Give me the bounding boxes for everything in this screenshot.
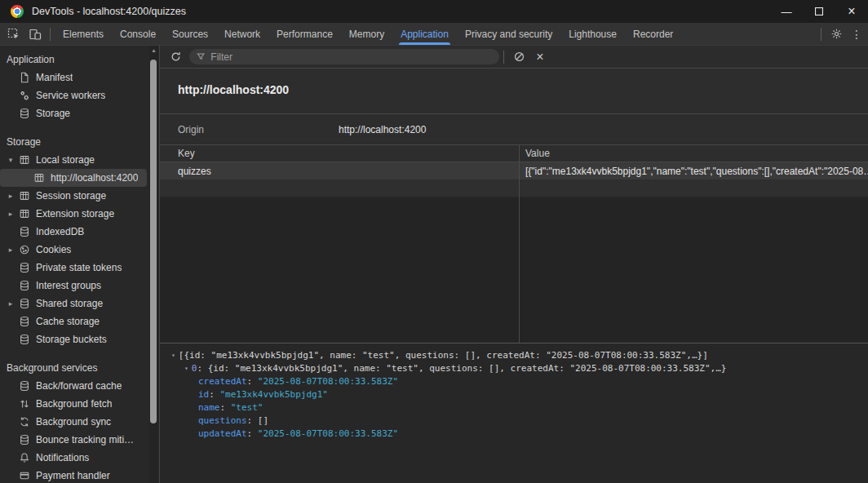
tab-console[interactable]: Console [112,23,164,45]
settings-button[interactable] [826,24,847,44]
sidebar-item-service-workers[interactable]: Service workers [0,86,159,104]
gear-icon [830,28,843,40]
block-icon [513,51,525,63]
more-options-button[interactable]: ⋮ [847,28,866,41]
database-icon [16,380,33,392]
expander-closed-icon[interactable]: ▸ [5,192,16,200]
expander-closed-icon[interactable]: ▸ [5,246,16,254]
sidebar-item-background-sync[interactable]: Background sync [0,413,159,431]
preview-prop-name[interactable]: name: "test" [160,401,868,414]
tab-recorder[interactable]: Recorder [625,23,681,45]
database-icon [16,298,33,309]
sidebar-item-cache-storage[interactable]: Cache storage [0,312,159,330]
tab-sources[interactable]: Sources [164,23,216,45]
origin-title: http://localhost:4200 [178,83,868,96]
sidebar-item-background-fetch[interactable]: Background fetch [0,395,159,413]
table-icon [16,190,33,202]
inspect-element-button[interactable] [3,24,24,44]
toolbar-divider [50,28,51,41]
table-row-empty[interactable] [160,179,868,197]
maximize-button[interactable] [803,0,835,23]
origin-header: http://localhost:4200 [160,69,868,114]
tab-network[interactable]: Network [216,23,268,45]
column-resize-handle[interactable] [519,145,520,343]
sidebar-item-local-storage[interactable]: ▾ Local storage [0,151,159,169]
refresh-button[interactable] [165,47,186,67]
filter-input[interactable] [210,51,493,63]
sidebar-item-bounce-tracking-mitigations[interactable]: Bounce tracking miti… [0,431,159,449]
scroll-up-arrow-icon[interactable]: ▲ [149,47,158,53]
filter-funnel-icon [196,51,206,62]
column-header-key[interactable]: Key [160,148,519,159]
section-header-application: Application [0,51,159,69]
filter-box[interactable] [189,49,499,64]
sidebar-item-storage-buckets[interactable]: Storage buckets [0,330,159,348]
row-value: [{"id":"me13xk4vvbk5bpjdg1","name":"test… [519,166,868,177]
preview-item-line[interactable]: ▾0: {id: "me13xk4vvbk5bpjdg1", name: "te… [160,362,868,375]
tab-lighthouse[interactable]: Lighthouse [560,23,625,45]
tab-performance[interactable]: Performance [268,23,341,45]
preview-prop-questions[interactable]: questions: [] [160,414,868,428]
expander-open-icon[interactable]: ▾ [5,156,16,164]
sidebar-item-private-state-tokens[interactable]: Private state tokens [0,259,159,277]
storage-panel: × http://localhost:4200 Origin http://lo… [160,46,868,483]
scrollbar-thumb[interactable] [150,60,157,423]
x-icon: × [536,50,543,64]
sidebar-item-session-storage[interactable]: ▸ Session storage [0,187,159,205]
device-toolbar-icon [29,28,42,41]
file-icon [16,72,33,83]
table-header: Key Value [160,145,868,162]
sync-icon [16,416,33,428]
sidebar-item-indexeddb[interactable]: IndexedDB [0,223,159,241]
collapse-caret-icon[interactable]: ▾ [171,352,175,359]
preview-prop-createdAt[interactable]: createdAt: "2025-08-07T08:00:33.583Z" [160,375,868,388]
sidebar-item-cookies[interactable]: ▸ Cookies [0,241,159,259]
sidebar-item-extension-storage[interactable]: ▸ Extension storage [0,205,159,223]
bell-icon [16,452,33,463]
database-icon [16,226,33,237]
gears-icon [16,90,33,102]
window-titlebar: DevTools - localhost:4200/quizzes — × [0,0,868,23]
column-header-value[interactable]: Value [519,148,868,159]
sidebar-scrollbar[interactable]: ▲ [149,46,158,483]
expander-closed-icon[interactable]: ▸ [5,210,16,218]
window-title: DevTools - localhost:4200/quizzes [32,6,186,17]
sidebar-item-manifest[interactable]: Manifest [0,69,159,86]
database-icon [16,262,33,273]
sidebar-item-back-forward-cache[interactable]: Back/forward cache [0,377,159,395]
delete-selected-button[interactable]: × [529,47,551,67]
sidebar-item-interest-groups[interactable]: Interest groups [0,277,159,295]
tab-memory[interactable]: Memory [341,23,392,45]
tab-privacy-and-security[interactable]: Privacy and security [457,23,560,45]
sidebar-item-storage[interactable]: Storage [0,104,159,122]
minimize-button[interactable]: — [770,0,803,23]
section-header-background-services: Background services [0,359,159,377]
database-icon [16,316,33,327]
local-storage-table: Key Value quizzes [{"id":"me13xk4vvbk5bp… [160,144,868,343]
panel-tabs: Elements Console Sources Network Perform… [55,23,681,45]
sidebar-item-notifications[interactable]: Notifications [0,449,159,467]
toolbar-divider-2 [503,51,504,64]
preview-prop-id[interactable]: id: "me13xk4vvbk5bpjdg1" [160,388,868,401]
device-toolbar-button[interactable] [24,24,46,44]
tab-elements[interactable]: Elements [55,23,112,45]
tab-application[interactable]: Application [392,23,457,45]
card-icon [16,470,33,481]
close-window-button[interactable]: × [835,0,868,23]
preview-prop-updatedAt[interactable]: updatedAt: "2025-08-07T08:00:33.583Z" [160,428,868,441]
clear-all-button[interactable] [508,47,529,67]
database-icon [16,434,33,445]
preview-root-line[interactable]: ▾[{id: "me13xk4vvbk5bpjdg1", name: "test… [160,349,868,362]
window-controls: — × [770,0,868,23]
sidebar-item-shared-storage[interactable]: ▸ Shared storage [0,295,159,312]
table-row[interactable]: quizzes [{"id":"me13xk4vvbk5bpjdg1","nam… [160,162,868,179]
chrome-logo-icon [11,5,24,18]
tabbar-right-divider [821,28,822,41]
origin-row: Origin http://localhost:4200 [160,114,868,144]
sidebar-item-localhost-4200[interactable]: http://localhost:4200 [0,169,147,187]
database-icon [16,334,33,345]
sidebar-item-payment-handler[interactable]: Payment handler [0,467,159,483]
table-empty-area [160,197,868,343]
expander-closed-icon[interactable]: ▸ [5,299,16,308]
collapse-caret-icon[interactable]: ▾ [184,365,188,372]
